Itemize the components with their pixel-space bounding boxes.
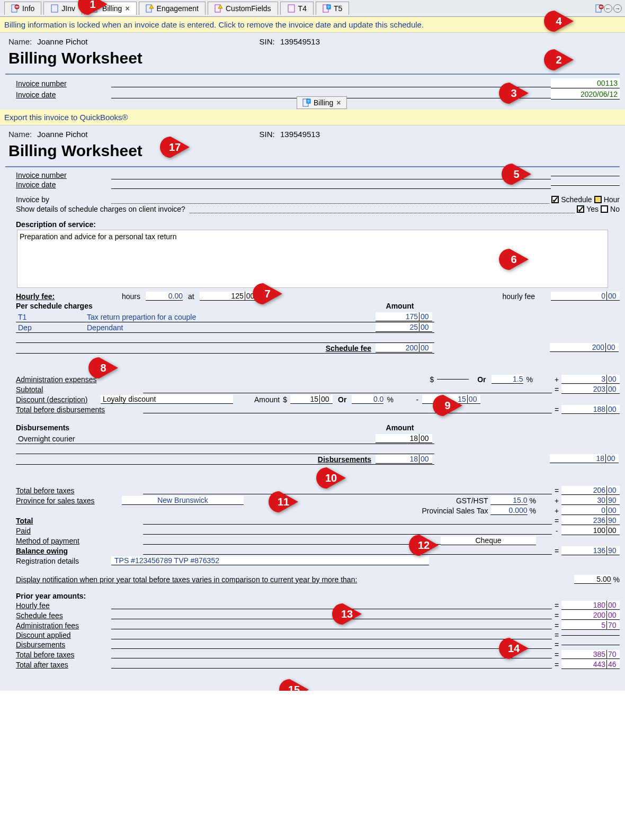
at-label: at (188, 292, 194, 301)
table-row[interactable] (16, 444, 434, 454)
client-name: Joanne Pichot (37, 130, 87, 139)
description-label: Description of service: (5, 220, 620, 229)
notify-pct[interactable]: 5.00 (574, 575, 611, 584)
discount-desc-label: Discount (description) (5, 395, 101, 404)
pct-label: % (613, 575, 620, 584)
svg-rect-2 (15, 6, 19, 7)
table-row[interactable]: Overnight courier 1800 (16, 433, 434, 444)
sin-value: 139549513 (280, 37, 320, 46)
invoice-number-label: Invoice number (5, 79, 111, 88)
province-input[interactable]: New Brunswick (122, 496, 244, 505)
prior-sched-label: Schedule fees (5, 611, 111, 620)
paid-input[interactable]: 10000 (561, 526, 620, 535)
per-schedule-label: Per schedule charges (5, 302, 371, 310)
page-title: Billing Worksheet (8, 49, 620, 67)
tab-engagement[interactable]: Engagement (139, 2, 206, 15)
gst-pct[interactable]: 15.0 (490, 496, 528, 505)
table-row: Schedule fee 20000 (16, 343, 434, 354)
sin-label: SIN: (260, 37, 275, 46)
tab-label: Info (22, 4, 34, 13)
svg-rect-3 (51, 5, 58, 12)
pst-label: Provincial Sales Tax (422, 507, 488, 515)
name-label: Name: (8, 130, 32, 139)
nav-prev[interactable]: ← (604, 4, 612, 13)
doc-warn-icon (215, 4, 223, 13)
worksheet-main: Name: Joanne Pichot SIN: 139549513 Billi… (0, 125, 625, 691)
table-row[interactable]: Dep Dependant 2500 (16, 322, 434, 333)
admin-dollar-input[interactable] (437, 379, 469, 380)
balance-value: 13690 (561, 546, 620, 555)
yes-checkbox[interactable] (577, 205, 584, 213)
tab-t4[interactable]: T4 (280, 2, 314, 15)
paid-label: Paid (5, 527, 143, 535)
doc-question-icon: ? (323, 4, 331, 13)
hourly-fee-text: hourly fee (503, 292, 535, 301)
tab-customfields[interactable]: CustomFields (208, 2, 278, 15)
or-label: Or (338, 395, 346, 404)
notify-label: Display notification when prior year tot… (5, 575, 357, 584)
callout-marker-4: 4 (543, 10, 575, 33)
tab-label: T4 (298, 4, 307, 13)
hourly-fee-total: 000 (551, 292, 620, 301)
callout-marker-1: 1 (77, 0, 109, 16)
disbursements-right: 1800 (550, 454, 619, 463)
prior-disb (561, 645, 620, 645)
pct-label: % (387, 395, 393, 404)
prior-admin-label: Administration fees (5, 621, 111, 630)
hours-label: hours (122, 292, 140, 301)
prior-discount (561, 635, 620, 636)
close-icon[interactable]: × (336, 98, 341, 107)
discount-name-input[interactable]: Loyalty discount (101, 395, 233, 404)
subtotal-label: Subtotal (5, 385, 143, 394)
nav-next[interactable]: → (613, 4, 622, 13)
yes-label: Yes (586, 205, 599, 213)
pct-label: % (526, 375, 533, 384)
disbursements-table: Overnight courier 1800 Disbursements 180… (16, 433, 434, 465)
admin-pct-input[interactable]: 1.5 (492, 375, 523, 384)
close-icon[interactable]: × (125, 4, 129, 13)
invoice-number[interactable]: 00113 (551, 78, 620, 88)
locked-banner[interactable]: Billing information is locked when an in… (0, 17, 625, 33)
client-name: Joanne Pichot (37, 37, 87, 46)
tab-t5[interactable]: ? T5 (316, 2, 349, 15)
svg-text:?: ? (327, 5, 330, 10)
invoice-date-label: Invoice date (5, 180, 111, 189)
invoice-number-input[interactable] (551, 175, 620, 176)
pct-label: % (530, 507, 536, 515)
invoice-date-label: Invoice date (5, 91, 111, 99)
doc-deny-icon[interactable] (595, 4, 604, 13)
tab-label: CustomFields (226, 4, 271, 13)
invoice-date[interactable]: 2020/06/12 (551, 89, 620, 100)
hour-checkbox[interactable] (594, 196, 602, 203)
callout-marker-9: 9 (432, 394, 463, 417)
balance-label: Balance owing (5, 547, 143, 555)
discount-amount-input[interactable]: 1500 (290, 395, 333, 404)
admin-exp-label: Administration expenses (5, 375, 143, 384)
prior-discount-label: Discount applied (5, 631, 111, 639)
pst-pct[interactable]: 0.000 (490, 506, 528, 515)
no-checkbox[interactable] (601, 205, 608, 213)
sin-value: 139549513 (280, 130, 320, 139)
table-row[interactable]: T1 Tax return prepartion for a couple 17… (16, 312, 434, 322)
callout-marker-8: 8 (87, 356, 119, 380)
doc-warn-icon (146, 4, 154, 13)
hourly-fee-label: Hourly fee: (5, 292, 90, 301)
schedule-checkbox[interactable] (551, 196, 559, 203)
inline-tab-billing[interactable]: ? Billing × (297, 96, 347, 109)
method-input[interactable]: Cheque (441, 536, 536, 545)
invoice-by-label: Invoice by (5, 195, 111, 204)
discount-pct-input[interactable]: 0.0 (352, 395, 383, 404)
prior-sched: 20000 (561, 611, 620, 620)
callout-marker-15: 15 (278, 678, 310, 691)
export-banner[interactable]: Export this invoice to QuickBooks® (0, 110, 625, 125)
tab-info[interactable]: Info (4, 2, 41, 15)
rate-input[interactable]: 12500 (200, 292, 258, 301)
hours-input[interactable]: 0.00 (146, 292, 183, 301)
gst-label: GST/HST (456, 496, 488, 505)
subtotal-value: 20300 (561, 385, 620, 394)
reg-input[interactable]: TPS #123456789 TVP #876352 (111, 556, 429, 565)
schedule-table: T1 Tax return prepartion for a couple 17… (16, 312, 434, 354)
table-row[interactable] (16, 333, 434, 343)
disbursements-label: Disbursements (5, 423, 371, 432)
invoice-date-input[interactable] (551, 184, 620, 186)
